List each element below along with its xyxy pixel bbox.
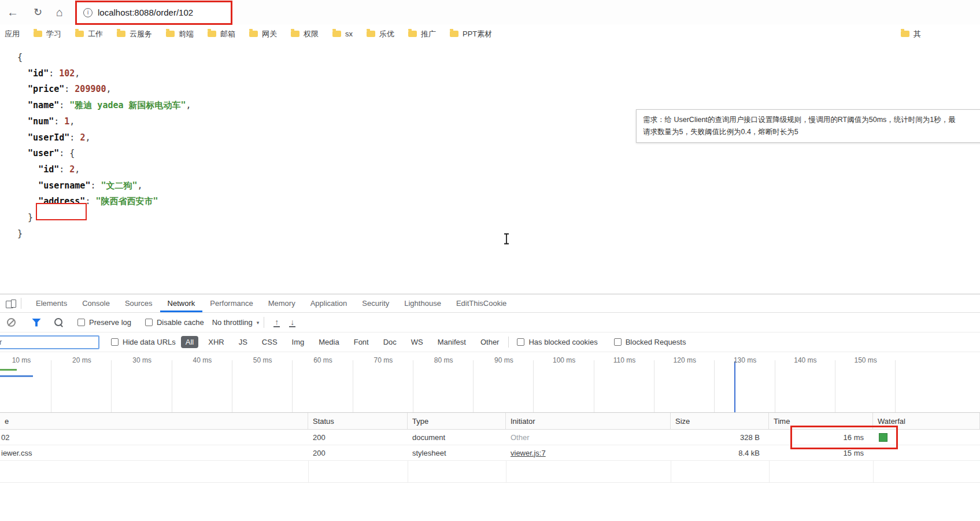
request-row[interactable]: iewer.css 200 stylesheet viewer.js:7 8.4… [0,445,980,461]
request-size: 328 B [671,433,769,442]
resource-type-pill[interactable]: All [181,336,198,348]
bookmark-item[interactable]: 邮箱 [208,29,235,39]
resource-type-filters: All XHR JS CSS Img Media Font Doc WS [176,336,504,348]
devtools-tab[interactable]: Memory [261,294,303,312]
devtools-tab[interactable]: Network [160,294,203,312]
bookmark-item[interactable]: 工作 [75,29,103,39]
resource-type-pill[interactable]: XHR [204,336,228,348]
blocked-requests-control: Blocked Requests [614,338,686,346]
bookmark-overflow[interactable]: 其 [901,24,921,43]
back-icon[interactable]: ← [7,6,19,18]
clear-requests-icon[interactable] [7,318,16,327]
throttling-dropdown[interactable]: No throttling ▾ [212,318,260,327]
column-header[interactable]: Initiator [506,413,671,429]
text-cursor-icon [503,233,510,245]
annotation-note: 需求：给 UserClient的查询用户接口设置降级规则，慢调用的RT阈值为50… [636,109,980,143]
resource-type-pill[interactable]: Img [287,336,309,348]
resource-type-pill[interactable]: Doc [379,336,401,348]
timeline-tick-label: 120 ms [654,356,715,364]
folder-icon [450,31,458,37]
resource-type-pill[interactable]: Manifest [433,336,471,348]
bookmark-item[interactable]: 乐优 [367,29,394,39]
column-divider [308,461,309,482]
home-icon[interactable]: ⌂ [56,6,63,18]
devtools-tab[interactable]: Security [354,294,397,312]
column-header[interactable]: Type [408,413,506,429]
site-info-icon[interactable]: i [83,8,93,17]
devtools-tab[interactable]: Application [303,294,355,312]
browser-window: ← ↻ ⌂ i localhost:8088/order/102 应用 学习 工… [0,0,980,521]
bookmark-label: 网关 [262,29,277,39]
bookmark-item[interactable]: 云服务 [117,29,152,39]
import-har-icon[interactable]: ↑ [273,318,280,327]
devtools-tab[interactable]: Console [75,294,117,312]
folder-icon [117,31,125,37]
column-header[interactable]: Size [671,413,769,429]
timeline-gridline [775,360,775,412]
bookmark-item[interactable]: PPT素材 [450,29,492,39]
filter-funnel-icon[interactable] [32,319,41,327]
resource-type-pill[interactable]: Media [314,336,343,348]
timeline-gridline [232,360,232,412]
request-type: stylesheet [408,449,506,457]
address-bar[interactable]: i localhost:8088/order/102 [77,3,230,22]
resource-type-pill[interactable]: Other [476,336,504,348]
network-filter-bar: r Hide data URLs All XHR JS CSS Img [0,332,980,352]
devtools-tab[interactable]: Elements [28,294,75,312]
toggle-device-toolbar-icon[interactable] [6,299,16,308]
chevron-down-icon: ▾ [257,320,260,326]
column-header[interactable]: Waterfal [873,413,980,429]
timeline-tick-label: 90 ms [474,356,534,364]
devtools-tab[interactable]: Lighthouse [397,294,449,312]
bookmark-item[interactable]: 前端 [166,29,194,39]
resource-type-pill[interactable]: JS [234,336,252,348]
devtools-tab[interactable]: Performance [202,294,260,312]
overview-request-bar [0,375,33,377]
search-icon[interactable] [54,317,64,327]
resource-type-pill[interactable]: Font [349,336,373,348]
request-initiator[interactable]: Other [506,433,671,442]
bookmark-label: 乐优 [379,29,394,39]
bookmark-item[interactable]: 权限 [291,29,319,39]
timeline-gridline [292,360,293,412]
url-text: localhost:8088/order/102 [98,8,193,17]
reload-icon[interactable]: ↻ [34,7,42,17]
bookmark-item[interactable]: 网关 [249,29,277,39]
resource-type-pill[interactable]: WS [406,336,428,348]
request-type: document [408,433,506,442]
bookmark-item[interactable]: 学习 [34,29,61,39]
column-divider [671,461,671,482]
resource-type-pill[interactable]: CSS [257,336,282,348]
request-row[interactable]: 02 200 document Other 328 B 16 ms [0,430,980,445]
folder-icon [249,31,258,37]
network-overview-timeline[interactable]: 10 ms20 ms30 ms40 ms50 ms60 ms70 ms80 ms… [0,352,980,413]
bookmark-item[interactable]: 推广 [408,29,436,39]
note-line: 请求数量为5，失败阈值比例为0.4，熔断时长为5 [643,126,980,138]
apps-shortcut[interactable]: 应用 [5,29,20,39]
timeline-tick-label: 150 ms [835,356,896,364]
request-initiator[interactable]: viewer.js:7 [506,449,671,457]
request-name: iewer.css [0,449,308,457]
bookmark-item[interactable]: sx [332,29,353,38]
disable-cache-checkbox[interactable] [145,319,153,326]
timeline-gridline [51,360,51,412]
json-line: "user": { [17,146,191,162]
blocked-requests-checkbox[interactable] [614,338,622,346]
timeline-tick-label: 20 ms [51,356,112,364]
column-header[interactable]: Status [308,413,408,429]
filter-input[interactable]: r [0,335,99,349]
export-har-icon[interactable]: ↓ [289,318,295,327]
request-time: 15 ms [769,449,873,457]
preserve-log-checkbox[interactable] [77,319,85,326]
folder-icon [901,31,909,37]
column-header[interactable]: Time [769,413,873,429]
devtools-tab[interactable]: Sources [117,294,160,312]
folder-icon [166,31,175,37]
has-blocked-cookies-checkbox[interactable] [517,338,524,346]
hide-data-urls-checkbox[interactable] [111,338,119,346]
column-header[interactable]: e [0,413,308,429]
request-status: 200 [308,449,408,457]
requests-table-body: 02 200 document Other 328 B 16 ms iewer.… [0,430,980,461]
devtools-tab[interactable]: EditThisCookie [449,294,514,312]
column-divider [873,461,874,482]
